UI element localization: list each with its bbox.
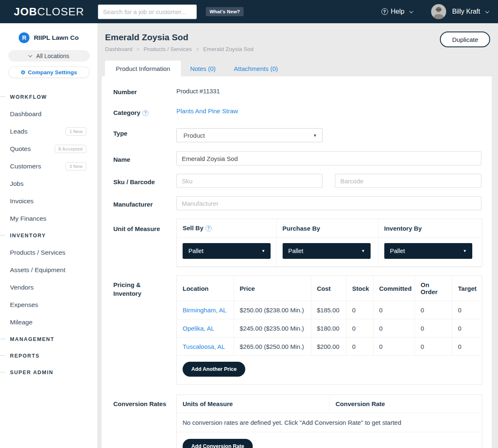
breadcrumb-products-services[interactable]: Products / Services	[144, 46, 192, 52]
category-help-icon[interactable]: ?	[142, 110, 149, 116]
company-header[interactable]: R RIIPL Lawn Co	[0, 32, 98, 43]
purchase-by-select[interactable]: Pallet ▼	[283, 243, 371, 259]
pricing-inventory-label: Pricing & Inventory	[113, 275, 176, 385]
col-stock: Stock	[346, 276, 373, 301]
col-target: Target	[452, 276, 482, 301]
tab-attachments[interactable]: Attachments (0)	[225, 61, 287, 76]
nav-section-reports[interactable]: --- REPORTS	[0, 348, 98, 364]
sku-input[interactable]	[176, 174, 322, 188]
add-conversion-rate-button[interactable]: Add Conversion Rate	[183, 439, 253, 448]
unit-of-measure-table: Sell By? Purchase By Inventory By Pallet…	[176, 219, 482, 267]
category-label: Category?	[113, 107, 176, 117]
purchase-by-header: Purchase By	[276, 219, 378, 238]
logo-light: CLOSER	[37, 5, 84, 18]
col-committed: Committed	[373, 276, 415, 301]
location-link-tuscaloosa[interactable]: Tuscaloosa, AL	[183, 343, 225, 350]
select-arrow-icon: ▼	[361, 249, 365, 253]
duplicate-button[interactable]: Duplicate	[440, 32, 490, 47]
avatar-image	[431, 4, 446, 19]
col-on-order: On Order	[415, 276, 452, 301]
main-content: Emerald Zoysia Sod Dashboard > Products …	[98, 23, 498, 448]
cost-cell: $200.00	[311, 338, 346, 356]
sidebar-item-quotes[interactable]: Quotes 8 Accepted	[0, 140, 98, 158]
location-selector[interactable]: All Locations	[8, 50, 90, 61]
sidebar-item-jobs[interactable]: Jobs	[0, 175, 98, 192]
cost-cell: $185.00	[311, 301, 346, 319]
select-arrow-icon: ▼	[463, 249, 467, 253]
breadcrumb-separator: >	[196, 46, 199, 52]
conversion-rates-table: Units of Measure Conversion Rate No conv…	[176, 394, 482, 448]
manufacturer-input[interactable]	[176, 196, 481, 210]
nav-section-inventory[interactable]: --- INVENTORY	[0, 227, 98, 244]
nav-section-workflow[interactable]: --- WORKFLOW	[0, 89, 98, 105]
conversion-rates-label: Conversion Rates	[113, 394, 176, 448]
location-link-opelika[interactable]: Opelika, AL	[183, 325, 215, 332]
stock-cell: 0	[346, 301, 373, 319]
on-order-cell: 0	[415, 338, 452, 356]
breadcrumb-dashboard[interactable]: Dashboard	[105, 46, 132, 52]
chevron-down-icon	[485, 9, 489, 13]
avatar[interactable]	[431, 4, 446, 19]
help-label: Help	[391, 8, 405, 15]
user-name: Billy Kraft	[452, 8, 480, 15]
sidebar-item-vendors[interactable]: Vendors	[0, 279, 98, 296]
sidebar-item-products-services[interactable]: Products / Services	[0, 244, 98, 261]
product-information-panel: Number Product #11331 Category? Plants A…	[102, 76, 492, 448]
chevron-down-icon	[28, 53, 32, 57]
add-another-price-button[interactable]: Add Another Price	[183, 362, 245, 377]
whats-new-button[interactable]: What's New?	[206, 7, 244, 16]
barcode-input[interactable]	[335, 174, 481, 188]
price-cell: $250.00 ($238.00 Min.)	[234, 301, 311, 319]
sidebar-item-dashboard[interactable]: Dashboard	[0, 105, 98, 123]
sidebar-item-leads[interactable]: Leads 1 New	[0, 123, 98, 140]
nav-section-super-admin[interactable]: --- SUPER ADMIN	[0, 364, 98, 381]
col-location: Location	[177, 276, 234, 301]
inventory-by-select[interactable]: Pallet ▼	[384, 243, 472, 259]
breadcrumb-separator: >	[137, 46, 139, 52]
stock-cell: 0	[346, 319, 373, 338]
location-link-birmingham[interactable]: Birmingham, AL	[183, 307, 227, 314]
category-link[interactable]: Plants And Pine Straw	[176, 107, 238, 114]
name-input[interactable]	[176, 151, 481, 166]
table-row: Opelika, AL $245.00 ($235.00 Min.) $180.…	[177, 319, 482, 338]
breadcrumb-current: Emerald Zoysia Sod	[203, 46, 254, 52]
manufacturer-label: Manufacturer	[113, 196, 176, 210]
select-arrow-icon: ▼	[261, 249, 265, 253]
sidebar-item-assets-equipment[interactable]: Assets / Equipment	[0, 261, 98, 279]
sell-by-help-icon[interactable]: ?	[205, 225, 212, 231]
tab-product-information[interactable]: Product Information	[105, 61, 181, 76]
sell-by-select[interactable]: Pallet ▼	[183, 243, 271, 259]
name-label: Name	[113, 151, 176, 166]
col-conversion-rate: Conversion Rate	[330, 395, 482, 413]
pricing-table: Location Price Cost Stock Committed On O…	[176, 275, 482, 385]
sidebar-item-mileage[interactable]: Mileage	[0, 314, 98, 331]
nav-section-management[interactable]: --- MANAGEMENT	[0, 331, 98, 348]
sidebar-nav: --- WORKFLOW Dashboard Leads 1 New Quote…	[0, 89, 98, 381]
sidebar-item-invoices[interactable]: Invoices	[0, 192, 98, 210]
price-cell: $245.00 ($235.00 Min.)	[234, 319, 311, 338]
company-settings-button[interactable]: ⚙ Company Settings	[8, 66, 90, 78]
sidebar-item-customers[interactable]: Customers 3 New	[0, 158, 98, 175]
col-units-of-measure: Units of Measure	[177, 395, 330, 413]
tab-bar: Product Information Notes (0) Attachment…	[105, 61, 498, 76]
purchase-by-value: Pallet	[288, 248, 303, 254]
product-number-value: Product #11331	[176, 87, 481, 96]
sidebar-item-expenses[interactable]: Expenses	[0, 296, 98, 314]
logo[interactable]: JOBCLOSER	[0, 5, 98, 18]
help-icon: ?	[381, 8, 388, 15]
quotes-badge: 8 Accepted	[55, 145, 86, 153]
type-select[interactable]: Product ▼	[176, 128, 322, 142]
global-search-input[interactable]	[98, 5, 197, 19]
section-collapse-icon: ---	[0, 232, 5, 238]
user-menu[interactable]: Billy Kraft	[452, 8, 488, 15]
table-row: Birmingham, AL $250.00 ($238.00 Min.) $1…	[177, 301, 482, 319]
stock-cell: 0	[346, 338, 373, 356]
location-selector-label: All Locations	[36, 53, 69, 59]
company-settings-label: Company Settings	[28, 69, 77, 75]
on-order-cell: 0	[415, 319, 452, 338]
tab-notes[interactable]: Notes (0)	[181, 61, 225, 76]
help-menu[interactable]: ? Help	[381, 8, 413, 15]
sidebar-item-my-finances[interactable]: My Finances	[0, 210, 98, 227]
sell-by-value: Pallet	[188, 248, 203, 254]
section-collapse-icon: ---	[0, 336, 5, 342]
